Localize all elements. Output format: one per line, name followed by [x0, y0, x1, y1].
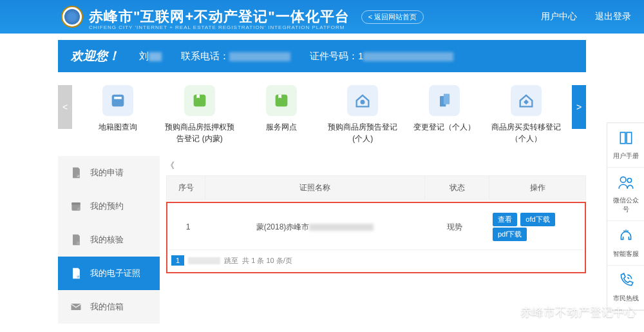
col-name: 证照名称 — [205, 176, 425, 200]
cell-cert-name: 蒙(2018)赤峰市 — [207, 204, 422, 250]
back-home-button[interactable]: < 返回网站首页 — [361, 10, 424, 24]
headset-icon — [618, 228, 634, 244]
users-icon — [618, 174, 634, 191]
carousel-next-button[interactable]: > — [572, 85, 586, 129]
highlight-box: 1 蒙(2018)赤峰市 现势 查看 ofd下载 pdf下载 1 跳至 共 1 … — [166, 202, 586, 273]
sidebar-item-verification[interactable]: 我的核验 — [58, 223, 160, 257]
sidebar-item-label: 我的信箱 — [90, 301, 124, 313]
service-label: 预购商品房抵押权预告登记 (内蒙) — [162, 121, 236, 144]
svg-point-7 — [77, 175, 80, 178]
svg-rect-1 — [114, 97, 122, 99]
service-cadastral-map[interactable]: 地籍图查询 — [81, 85, 155, 144]
pdf-download-button[interactable]: pdf下载 — [493, 228, 527, 241]
cell-status: 现势 — [422, 204, 487, 250]
pager-info: 共 1 条 10 条/页 — [242, 256, 292, 266]
service-label: 预购商品房预告登记 (个人) — [326, 121, 400, 144]
col-status: 状态 — [425, 176, 489, 200]
service-label: 地籍图查询 — [81, 121, 155, 133]
col-seq: 序号 — [167, 176, 205, 200]
table-row: 1 蒙(2018)赤峰市 现势 查看 ofd下载 pdf下载 — [169, 204, 583, 250]
phone-icon — [618, 272, 634, 289]
header: 赤峰市"互联网+不动产登记"一体化平台 CHIFENG CITY 'INTERN… — [0, 0, 644, 34]
svg-point-4 — [361, 101, 365, 104]
collapse-toggle[interactable]: 《 — [166, 156, 586, 175]
wechat-text: 赤峰市不动产登记中心 — [520, 304, 636, 320]
wechat-watermark: 赤峰市不动产登记中心 — [498, 304, 636, 320]
book-icon — [618, 130, 634, 146]
cert-table: 序号 证照名称 状态 操作 — [166, 175, 586, 200]
service-outlets[interactable]: 服务网点 — [244, 85, 318, 144]
rp-label: 市民热线 — [610, 294, 641, 303]
sidebar-item-label: 我的电子证照 — [90, 268, 140, 279]
pagination: 1 跳至 共 1 条 10 条/页 — [169, 250, 583, 271]
rp-smart-service[interactable]: 智能客服 — [607, 221, 644, 266]
service-label: 商品房买卖转移登记（个人） — [489, 121, 563, 144]
rp-label: 用户手册 — [610, 151, 641, 161]
service-presale-notice[interactable]: 预购商品房预告登记 (个人) — [326, 85, 400, 144]
svg-point-10 — [77, 208, 80, 211]
user-id: 证件号码：1 — [310, 50, 453, 63]
welcome-bar: 欢迎您！ 刘 联系电话： 证件号码：1 — [58, 40, 586, 72]
welcome-label: 欢迎您！ — [71, 48, 120, 64]
logo — [61, 6, 83, 28]
rp-label: 智能客服 — [610, 249, 641, 259]
sidebar-item-label: 我的预约 — [90, 200, 124, 212]
view-button[interactable]: 查看 — [493, 213, 517, 226]
rp-user-manual[interactable]: 用户手册 — [607, 123, 644, 168]
ofd-download-button[interactable]: ofd下载 — [520, 213, 554, 226]
col-action: 操作 — [489, 176, 586, 200]
cell-seq: 1 — [169, 204, 207, 250]
right-panel: 用户手册 微信公众号 智能客服 市民热线 — [607, 122, 644, 311]
sidebar-item-mailbox[interactable]: 我的信箱 — [58, 290, 160, 324]
site-title: 赤峰市"互联网+不动产登记"一体化平台 — [89, 7, 350, 26]
svg-point-12 — [77, 275, 80, 278]
service-change-reg[interactable]: 变更登记（个人） — [407, 85, 481, 144]
sidebar-item-ecert[interactable]: 我的电子证照 — [58, 257, 160, 290]
svg-point-11 — [77, 242, 80, 245]
pager-jump: 跳至 — [224, 256, 238, 266]
rp-label: 微信公众号 — [610, 196, 641, 214]
svg-rect-9 — [71, 202, 80, 204]
logout-link[interactable]: 退出登录 — [595, 11, 631, 23]
svg-rect-6 — [444, 94, 450, 104]
rp-wechat[interactable]: 微信公众号 — [607, 168, 644, 221]
sidebar-item-label: 我的核验 — [90, 234, 124, 246]
svg-point-14 — [620, 177, 626, 182]
user-center-link[interactable]: 用户中心 — [541, 11, 577, 23]
user-name: 刘 — [139, 50, 162, 63]
wechat-icon — [498, 304, 515, 320]
content-area: 《 序号 证照名称 状态 操作 1 蒙(2018)赤峰市 现势 查看 ofd下载… — [160, 156, 586, 324]
service-label: 服务网点 — [244, 121, 318, 133]
service-presale-mortgage[interactable]: 预购商品房抵押权预告登记 (内蒙) — [162, 85, 236, 144]
svg-rect-0 — [112, 95, 124, 107]
carousel-prev-button[interactable]: < — [58, 85, 72, 129]
sidebar-item-applications[interactable]: 我的申请 — [58, 156, 160, 190]
user-phone: 联系电话： — [181, 50, 290, 63]
sidebar-item-appointments[interactable]: 我的预约 — [58, 190, 160, 223]
services-row: < 地籍图查询 预购商品房抵押权预告登记 (内蒙) 服务网点 预购商品房预告登记… — [58, 79, 586, 151]
sidebar-item-label: 我的申请 — [90, 167, 124, 179]
service-label: 变更登记（个人） — [407, 121, 481, 133]
service-transfer-reg[interactable]: 商品房买卖转移登记（个人） — [489, 85, 563, 144]
sidebar: 我的申请 我的预约 我的核验 我的电子证照 我的信箱 — [58, 156, 160, 324]
page-button[interactable]: 1 — [171, 255, 184, 266]
cell-actions: 查看 ofd下载 pdf下载 — [487, 204, 583, 250]
svg-rect-13 — [71, 304, 81, 310]
svg-point-15 — [627, 179, 632, 183]
site-subtitle: CHIFENG CITY 'INTERNET + REAL ESTATE REG… — [89, 24, 345, 30]
